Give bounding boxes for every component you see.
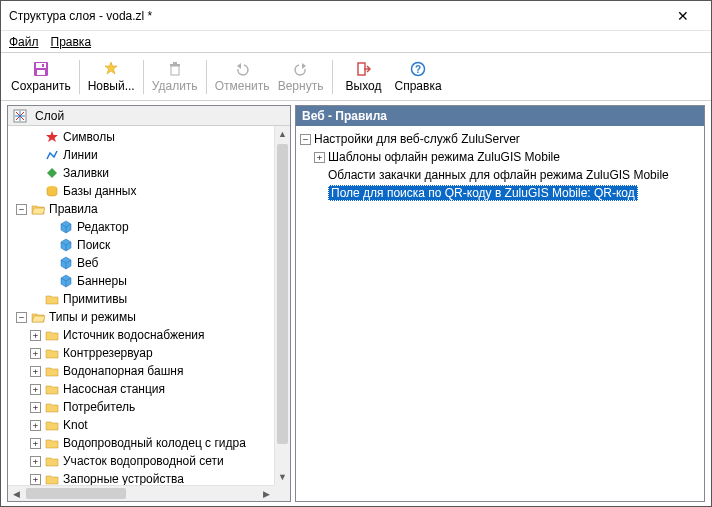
cube-icon bbox=[58, 273, 74, 289]
right-panel-title: Веб - Правила bbox=[302, 109, 387, 123]
tree-item-lines[interactable]: Линии bbox=[8, 146, 274, 164]
cube-icon bbox=[58, 219, 74, 235]
tree-item-type[interactable]: +Участок водопроводной сети bbox=[8, 452, 274, 470]
left-panel: Слой Символы Линии Заливки bbox=[7, 105, 291, 502]
svg-rect-2 bbox=[37, 70, 45, 75]
scroll-up-icon[interactable]: ▲ bbox=[275, 126, 290, 142]
undo-button[interactable]: Отменить bbox=[211, 55, 274, 99]
expand-icon[interactable]: + bbox=[30, 420, 41, 431]
new-icon bbox=[103, 60, 119, 78]
folder-open-icon bbox=[30, 309, 46, 325]
collapse-icon[interactable]: − bbox=[300, 134, 311, 145]
layer-icon bbox=[12, 108, 28, 124]
tree-item-selected[interactable]: Поле для поиска по QR-коду в ZuluGIS Mob… bbox=[300, 184, 700, 202]
svg-rect-6 bbox=[173, 62, 177, 64]
tree-item-types[interactable]: − Типы и режимы bbox=[8, 308, 274, 326]
tree-item-type[interactable]: +Запорные устройства bbox=[8, 470, 274, 485]
right-tree[interactable]: − Настройки для веб-служб ZuluServer + Ш… bbox=[296, 126, 704, 501]
expand-icon[interactable]: + bbox=[30, 330, 41, 341]
left-panel-header: Слой bbox=[8, 106, 290, 126]
scroll-thumb[interactable] bbox=[277, 144, 288, 444]
redo-icon bbox=[293, 60, 309, 78]
scroll-right-icon[interactable]: ▶ bbox=[258, 486, 274, 501]
tree-item-type[interactable]: +Потребитель bbox=[8, 398, 274, 416]
toolbar-separator bbox=[79, 60, 80, 94]
tree-item-type[interactable]: +Контррезервуар bbox=[8, 344, 274, 362]
folder-icon bbox=[44, 453, 60, 469]
tree-item-type[interactable]: +Водопроводный колодец с гидра bbox=[8, 434, 274, 452]
cube-icon bbox=[58, 255, 74, 271]
folder-icon bbox=[44, 399, 60, 415]
main-body: Слой Символы Линии Заливки bbox=[1, 101, 711, 506]
redo-button[interactable]: Вернуть bbox=[274, 55, 328, 99]
scroll-down-icon[interactable]: ▼ bbox=[275, 469, 290, 485]
collapse-icon[interactable]: − bbox=[16, 204, 27, 215]
cube-icon bbox=[58, 237, 74, 253]
star-icon bbox=[44, 129, 60, 145]
tree-item-type[interactable]: +Насосная станция bbox=[8, 380, 274, 398]
toolbar-separator bbox=[332, 60, 333, 94]
tree-item-root[interactable]: − Настройки для веб-служб ZuluServer bbox=[300, 130, 700, 148]
folder-icon bbox=[44, 291, 60, 307]
tree-item-symbols[interactable]: Символы bbox=[8, 128, 274, 146]
tree-item-type[interactable]: +Водонапорная башня bbox=[8, 362, 274, 380]
tree-item-type[interactable]: +Knot bbox=[8, 416, 274, 434]
tree-item-type[interactable]: +Источник водоснабжения bbox=[8, 326, 274, 344]
expand-icon[interactable]: + bbox=[30, 456, 41, 467]
folder-icon bbox=[44, 363, 60, 379]
folder-icon bbox=[44, 471, 60, 485]
tree-item-rules[interactable]: − Правила bbox=[8, 200, 274, 218]
tree-item-primitives[interactable]: Примитивы bbox=[8, 290, 274, 308]
expand-icon[interactable]: + bbox=[30, 474, 41, 485]
menu-edit[interactable]: Правка bbox=[51, 35, 92, 49]
tree-item-editor[interactable]: Редактор bbox=[8, 218, 274, 236]
help-button[interactable]: ? Справка bbox=[391, 55, 446, 99]
expand-icon[interactable]: + bbox=[30, 438, 41, 449]
svg-rect-4 bbox=[171, 66, 179, 75]
expand-icon[interactable]: + bbox=[30, 402, 41, 413]
expand-icon[interactable]: + bbox=[30, 348, 41, 359]
right-panel: Веб - Правила − Настройки для веб-служб … bbox=[295, 105, 705, 502]
save-button[interactable]: Сохранить bbox=[7, 55, 75, 99]
database-icon bbox=[44, 183, 60, 199]
tree-item[interactable]: + Шаблоны офлайн режима ZuluGIS Mobile bbox=[300, 148, 700, 166]
tree-item-fills[interactable]: Заливки bbox=[8, 164, 274, 182]
exit-icon bbox=[356, 60, 372, 78]
exit-button[interactable]: Выход bbox=[337, 55, 391, 99]
toolbar: Сохранить Новый... Удалить Отменить Верн… bbox=[1, 53, 711, 101]
vertical-scrollbar[interactable]: ▲ ▼ bbox=[274, 126, 290, 485]
svg-rect-7 bbox=[358, 63, 365, 75]
tree-item-search[interactable]: Поиск bbox=[8, 236, 274, 254]
folder-icon bbox=[44, 417, 60, 433]
horizontal-scrollbar[interactable]: ◀ ▶ bbox=[8, 485, 274, 501]
collapse-icon[interactable]: − bbox=[16, 312, 27, 323]
toolbar-separator bbox=[206, 60, 207, 94]
scroll-thumb[interactable] bbox=[26, 488, 126, 499]
toolbar-separator bbox=[143, 60, 144, 94]
expand-icon[interactable]: + bbox=[30, 366, 41, 377]
svg-rect-1 bbox=[36, 63, 46, 68]
new-button[interactable]: Новый... bbox=[84, 55, 139, 99]
menubar: Файл Правка bbox=[1, 31, 711, 53]
tree-item[interactable]: Области закачки данных для офлайн режима… bbox=[300, 166, 700, 184]
svg-rect-5 bbox=[170, 64, 180, 66]
tree-item-web[interactable]: Веб bbox=[8, 254, 274, 272]
scroll-corner bbox=[274, 485, 290, 501]
tree-item-banners[interactable]: Баннеры bbox=[8, 272, 274, 290]
menu-file[interactable]: Файл bbox=[9, 35, 39, 49]
close-button[interactable]: ✕ bbox=[663, 8, 703, 24]
expand-icon[interactable]: + bbox=[30, 384, 41, 395]
delete-button[interactable]: Удалить bbox=[148, 55, 202, 99]
left-tree[interactable]: Символы Линии Заливки Базы данных bbox=[8, 126, 274, 485]
help-icon: ? bbox=[410, 60, 426, 78]
fill-icon bbox=[44, 165, 60, 181]
undo-icon bbox=[234, 60, 250, 78]
folder-icon bbox=[44, 327, 60, 343]
tree-item-databases[interactable]: Базы данных bbox=[8, 182, 274, 200]
titlebar: Структура слоя - voda.zl * ✕ bbox=[1, 1, 711, 31]
save-icon bbox=[33, 60, 49, 78]
left-panel-body: Символы Линии Заливки Базы данных bbox=[8, 126, 290, 501]
scroll-left-icon[interactable]: ◀ bbox=[8, 486, 24, 501]
window-title: Структура слоя - voda.zl * bbox=[9, 9, 663, 23]
expand-icon[interactable]: + bbox=[314, 152, 325, 163]
